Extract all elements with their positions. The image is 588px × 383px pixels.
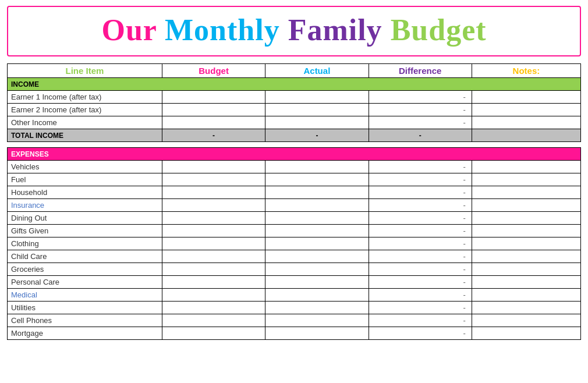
expense-row-13-budget[interactable] — [162, 327, 265, 340]
expense-row-11-notes[interactable] — [472, 302, 580, 314]
expense-row-13-notes[interactable] — [472, 327, 580, 340]
total-income-label: TOTAL INCOME — [8, 129, 162, 142]
expense-row-5-diff: - — [369, 225, 472, 237]
table-row: Fuel - — [8, 173, 581, 186]
income-row-2-notes[interactable] — [472, 104, 580, 116]
table-row: Personal Care - — [8, 276, 581, 289]
expenses-section-header: EXPENSES — [8, 148, 581, 161]
expense-row-6-label: Clothing — [8, 237, 162, 250]
expense-row-5-budget[interactable] — [162, 225, 265, 237]
expense-row-0-budget[interactable] — [162, 161, 265, 173]
title-monthly: Monthly — [157, 13, 280, 47]
expense-row-9-label: Personal Care — [8, 276, 162, 289]
expense-row-3-actual[interactable] — [265, 199, 369, 212]
expense-row-3-diff: - — [369, 199, 472, 212]
expense-row-10-actual[interactable] — [265, 289, 369, 302]
expense-row-9-actual[interactable] — [265, 276, 369, 289]
expense-row-1-budget[interactable] — [162, 173, 265, 186]
expense-row-9-notes[interactable] — [472, 276, 580, 289]
expense-row-12-budget[interactable] — [162, 314, 265, 327]
expense-row-8-notes[interactable] — [472, 263, 580, 276]
title-family: Family — [280, 13, 382, 47]
page-wrapper: Our Monthly Family Budget Line Item Budg… — [0, 0, 588, 346]
expense-row-7-label: Child Care — [8, 250, 162, 263]
expense-row-11-diff: - — [369, 302, 472, 314]
expense-row-3-notes[interactable] — [472, 199, 580, 212]
expense-row-7-budget[interactable] — [162, 250, 265, 263]
table-row: Household - — [8, 186, 581, 199]
total-income-actual: - — [265, 129, 369, 142]
expense-row-13-label: Mortgage — [8, 327, 162, 340]
table-row: Clothing - — [8, 237, 581, 250]
total-income-diff: - — [369, 129, 472, 142]
expense-row-11-actual[interactable] — [265, 302, 369, 314]
table-row: Dining Out - — [8, 212, 581, 225]
expense-row-0-actual[interactable] — [265, 161, 369, 173]
income-section-label: INCOME — [8, 78, 581, 91]
expense-row-10-notes[interactable] — [472, 289, 580, 302]
income-row-3-diff: - — [369, 116, 472, 129]
expense-row-5-notes[interactable] — [472, 225, 580, 237]
expense-row-12-notes[interactable] — [472, 314, 580, 327]
expense-row-1-diff: - — [369, 173, 472, 186]
table-row: Gifts Given - — [8, 225, 581, 237]
expense-row-6-actual[interactable] — [265, 237, 369, 250]
expense-row-2-budget[interactable] — [162, 186, 265, 199]
expense-row-10-budget[interactable] — [162, 289, 265, 302]
income-row-1-budget[interactable] — [162, 91, 265, 104]
income-row-3-actual[interactable] — [265, 116, 369, 129]
table-row: Earner 2 Income (after tax) - — [8, 104, 581, 116]
income-row-3-budget[interactable] — [162, 116, 265, 129]
expense-row-9-diff: - — [369, 276, 472, 289]
expense-row-10-label: Medical — [8, 289, 162, 302]
table-row: Cell Phones - — [8, 314, 581, 327]
income-row-2-label: Earner 2 Income (after tax) — [8, 104, 162, 116]
expense-row-9-budget[interactable] — [162, 276, 265, 289]
expense-row-6-notes[interactable] — [472, 237, 580, 250]
expense-row-4-diff: - — [369, 212, 472, 225]
table-row: Utilities - — [8, 302, 581, 314]
table-row: Mortgage - — [8, 327, 581, 340]
header-budget: Budget — [162, 64, 265, 78]
expense-row-0-notes[interactable] — [472, 161, 580, 173]
income-row-1-diff: - — [369, 91, 472, 104]
income-row-3-notes[interactable] — [472, 116, 580, 129]
expense-row-11-label: Utilities — [8, 302, 162, 314]
expense-row-1-notes[interactable] — [472, 173, 580, 186]
expense-row-5-actual[interactable] — [265, 225, 369, 237]
income-row-1-notes[interactable] — [472, 91, 580, 104]
income-row-3-label: Other Income — [8, 116, 162, 129]
expense-row-7-actual[interactable] — [265, 250, 369, 263]
expense-row-7-notes[interactable] — [472, 250, 580, 263]
income-row-1-actual[interactable] — [265, 91, 369, 104]
expense-row-3-budget[interactable] — [162, 199, 265, 212]
total-income-notes — [472, 129, 580, 142]
expense-row-2-diff: - — [369, 186, 472, 199]
header-actual: Actual — [265, 64, 369, 78]
income-row-2-budget[interactable] — [162, 104, 265, 116]
expense-row-8-label: Groceries — [8, 263, 162, 276]
expense-row-8-budget[interactable] — [162, 263, 265, 276]
title-box: Our Monthly Family Budget — [7, 6, 581, 56]
total-income-row: TOTAL INCOME - - - — [8, 129, 581, 142]
income-row-2-actual[interactable] — [265, 104, 369, 116]
expense-row-2-notes[interactable] — [472, 186, 580, 199]
expense-row-8-diff: - — [369, 263, 472, 276]
expense-row-1-actual[interactable] — [265, 173, 369, 186]
expense-row-0-label: Vehicles — [8, 161, 162, 173]
expense-row-4-notes[interactable] — [472, 212, 580, 225]
expense-row-8-actual[interactable] — [265, 263, 369, 276]
expense-row-11-budget[interactable] — [162, 302, 265, 314]
expense-row-3-label: Insurance — [8, 199, 162, 212]
expense-row-13-actual[interactable] — [265, 327, 369, 340]
expense-row-12-actual[interactable] — [265, 314, 369, 327]
income-section-header: INCOME — [8, 78, 581, 91]
expense-row-4-actual[interactable] — [265, 212, 369, 225]
expense-row-4-budget[interactable] — [162, 212, 265, 225]
table-row: Child Care - — [8, 250, 581, 263]
header-row: Line Item Budget Actual Difference Notes… — [8, 64, 581, 78]
title-our: Our — [101, 13, 157, 47]
expense-row-12-diff: - — [369, 314, 472, 327]
expense-row-6-budget[interactable] — [162, 237, 265, 250]
expense-row-2-actual[interactable] — [265, 186, 369, 199]
